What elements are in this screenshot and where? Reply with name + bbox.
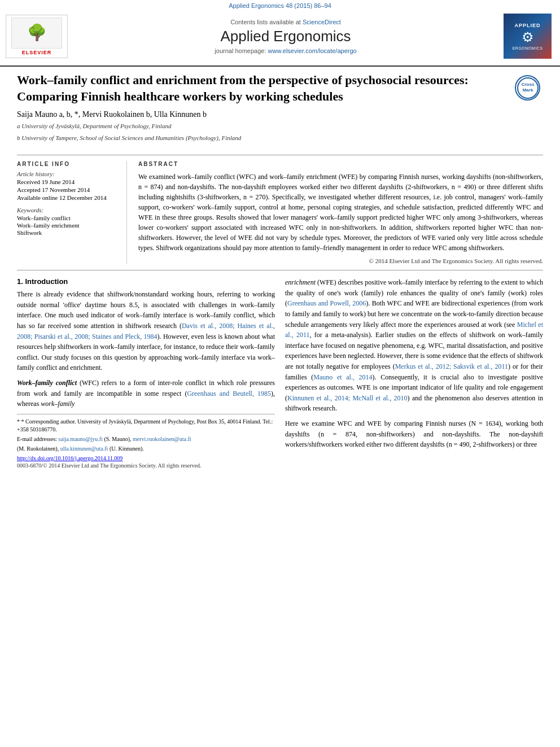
keyword-1: Work–family conflict — [17, 215, 120, 221]
journal-logo-box: APPLIED ⚙ ERGONOMICS — [504, 14, 552, 59]
keywords-label: Keywords: — [17, 207, 120, 213]
article-body: Work–family conflict and enrichment from… — [0, 67, 560, 474]
article-info-title: ARTICLE INFO — [17, 161, 120, 167]
available-date: Available online 12 December 2014 — [17, 194, 120, 201]
footnote-star: * * Corresponding author. University of … — [17, 418, 275, 434]
footnote-emails: E-mail addresses: saija.mauno@jyu.fi (S.… — [17, 435, 275, 443]
email-link-mauno[interactable]: saija.mauno@jyu.fi — [58, 436, 103, 442]
abstract-section: ABSTRACT We examined work–family conflic… — [138, 161, 543, 264]
authors-text: Saija Mauno a, b, *, Mervi Ruokolainen b… — [17, 110, 207, 119]
elsevier-logo: 🌳 ELSEVIER — [6, 15, 68, 58]
journal-header-middle: Contents lists available at ScienceDirec… — [68, 19, 504, 54]
info-abstract-section: ARTICLE INFO Article history: Received 1… — [17, 155, 543, 270]
accepted-date: Accepted 17 November 2014 — [17, 186, 120, 193]
copyright-line: © 2014 Elsevier Ltd and The Ergonomics S… — [138, 257, 543, 264]
article-info: ARTICLE INFO Article history: Received 1… — [17, 161, 127, 264]
right-para1: enrichment (WFE) describes positive work… — [285, 277, 543, 414]
elsevier-tree-icon: 🌳 — [27, 25, 47, 41]
journal-reference-bar: Applied Ergonomics 48 (2015) 86–94 — [0, 0, 560, 10]
homepage-line: journal homepage: www.elsevier.com/locat… — [79, 47, 492, 54]
authors-line: Saija Mauno a, b, *, Mervi Ruokolainen b… — [17, 110, 506, 119]
ref-kinnunen-2014[interactable]: Kinnunen et al., 2014; McNall et al., 20… — [287, 394, 408, 402]
ref-merkus[interactable]: Merkus et al., 2012; Saksvik et al., 201… — [395, 362, 508, 370]
doi-link[interactable]: http://dx.doi.org/10.1016/j.apergo.2014.… — [17, 455, 123, 461]
contents-available-line: Contents lists available at ScienceDirec… — [79, 19, 492, 25]
keyword-2: Work–family enrichment — [17, 222, 120, 229]
logo-applied-text: APPLIED — [514, 23, 540, 28]
email-link-ruokolainen[interactable]: mervi.ruokolainen@uta.fi — [133, 436, 191, 442]
svg-text:Mark: Mark — [522, 88, 533, 93]
section-num: 1. — [17, 277, 23, 286]
keyword-3: Shiftwork — [17, 229, 120, 236]
issn-line: 0003-6870/© 2014 Elsevier Ltd and The Er… — [17, 462, 275, 469]
ref-mauno-2014[interactable]: Mauno et al., 2014 — [313, 373, 372, 381]
ref-davis-2008[interactable]: Davis et al., 2008; Haines et al., 2008;… — [17, 322, 275, 340]
journal-logo-right: APPLIED ⚙ ERGONOMICS — [504, 14, 554, 59]
elsevier-logo-image: 🌳 — [11, 18, 62, 49]
article-title: Work–family conflict and enrichment from… — [17, 72, 506, 104]
history-label: Article history: — [17, 171, 120, 177]
journal-title-header: Applied Ergonomics — [79, 28, 492, 45]
crossmark-icon: Cross Mark — [515, 75, 540, 101]
right-para2: Here we examine WFC and WFE by comparing… — [285, 418, 543, 450]
keywords-section: Keywords: Work–family conflict Work–fami… — [17, 207, 120, 236]
ref-greenhaus-beutell[interactable]: Greenhaus and Beutell, 1985 — [187, 390, 271, 397]
elsevier-name-text: ELSEVIER — [22, 50, 52, 55]
svg-text:Cross: Cross — [521, 82, 534, 87]
article-title-section: Work–family conflict and enrichment from… — [17, 72, 543, 149]
column-right: enrichment (WFE) describes positive work… — [285, 277, 543, 469]
journal-ref: Applied Ergonomics 48 (2015) 86–94 — [229, 2, 331, 9]
affiliation-a: a University of Jyväskylä, Department of… — [17, 121, 506, 131]
journal-homepage-link[interactable]: www.elsevier.com/locate/apergo — [268, 47, 357, 54]
abstract-text: We examined work–family conflict (WFC) a… — [138, 172, 543, 253]
crossmark-badge: Cross Mark — [515, 75, 543, 101]
main-content: 1. Introduction There is already evidenc… — [17, 277, 543, 469]
logo-ergonomics-text: ERGONOMICS — [513, 46, 543, 50]
section-title: Introduction — [25, 277, 68, 286]
email-link-kinnunen[interactable]: ulla.kinnunen@uta.fi — [60, 445, 108, 452]
abstract-title: ABSTRACT — [138, 161, 543, 167]
received-date: Received 19 June 2014 — [17, 178, 120, 185]
page: Applied Ergonomics 48 (2015) 86–94 🌳 ELS… — [0, 0, 560, 747]
footnotes: * * Corresponding author. University of … — [17, 414, 275, 469]
intro-para2: Work–family conflict (WFC) refers to a f… — [17, 378, 275, 409]
ref-greenhaus-powell[interactable]: Greenhaus and Powell, 2006 — [287, 299, 366, 307]
affiliation-b: b University of Tampere, School of Socia… — [17, 133, 506, 143]
journal-header: Applied Ergonomics 48 (2015) 86–94 🌳 ELS… — [0, 0, 560, 67]
article-title-text: Work–family conflict and enrichment from… — [17, 72, 506, 145]
footnote-emails-2: (M. Ruokolainen), ulla.kinnunen@uta.fi (… — [17, 445, 275, 453]
column-left: 1. Introduction There is already evidenc… — [17, 277, 275, 469]
intro-para1: There is already evidence that shiftwork… — [17, 289, 275, 373]
doi-line: http://dx.doi.org/10.1016/j.apergo.2014.… — [17, 455, 275, 461]
logo-gear-icon: ⚙ — [522, 29, 534, 45]
intro-heading: 1. Introduction — [17, 277, 275, 286]
sciencedirect-link[interactable]: ScienceDirect — [303, 19, 341, 25]
ref-michel-2011[interactable]: Michel et al., 2011 — [285, 321, 543, 339]
